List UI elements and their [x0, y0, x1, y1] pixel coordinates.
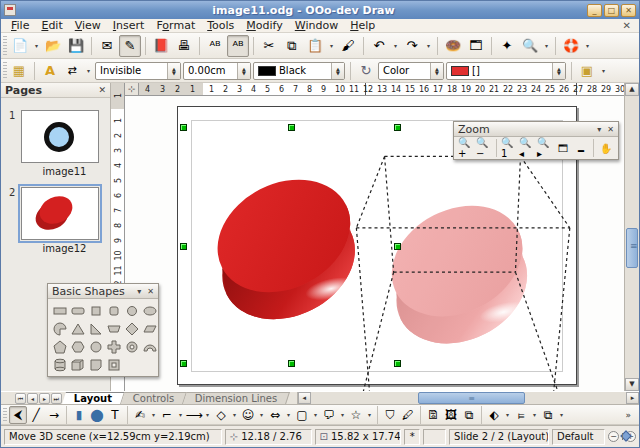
paste-dropdown[interactable]: ▾ — [327, 35, 336, 57]
flowchart-tool-dropdown[interactable]: ▾ — [311, 406, 320, 424]
tab-nav-next-icon[interactable]: ▸ — [39, 393, 50, 404]
connector-tool-icon[interactable]: ⌐ — [158, 406, 176, 424]
shape-rectangle-icon[interactable] — [51, 302, 68, 319]
shape-cylinder-icon[interactable] — [51, 356, 68, 373]
help-icon[interactable]: 🛟 — [560, 35, 582, 57]
horizontal-ruler[interactable]: 4321123456789101112131415161718192021222… — [139, 83, 624, 96]
fill-color-select[interactable]: []▲▼ — [446, 62, 566, 80]
scroll-up-icon[interactable]: ▲ — [625, 83, 639, 96]
shape-circle-pie-icon[interactable] — [51, 320, 68, 337]
lines-arrows-tool-dropdown[interactable]: ▾ — [203, 406, 212, 424]
block-arrows-tool-dropdown[interactable]: ▾ — [284, 406, 293, 424]
stars-tool-dropdown[interactable]: ▾ — [365, 406, 374, 424]
copy-icon[interactable]: ⧉ — [281, 35, 303, 57]
rectangle-tool-icon[interactable]: ▮ — [70, 406, 88, 424]
shape-folded-corner-icon[interactable] — [87, 356, 104, 373]
red-disc[interactable] — [191, 158, 384, 347]
zoom-icon[interactable]: 🔍 — [519, 35, 541, 57]
basic-shapes-titlebar[interactable]: Basic Shapes ▾ ✕ — [48, 284, 158, 299]
drawing-toolbar-overflow[interactable]: » — [625, 410, 637, 420]
tab-controls[interactable]: Controls — [121, 392, 187, 404]
line-style-select[interactable]: Invisible▲▼ — [95, 62, 181, 80]
rotate-icon[interactable]: ↻ — [356, 61, 376, 81]
shape-hexagon-icon[interactable] — [69, 338, 86, 355]
shape-trapezoid-icon[interactable] — [105, 320, 122, 337]
minimize-button[interactable]: _ — [587, 4, 602, 17]
scroll-left-icon[interactable]: ◂ — [298, 392, 311, 404]
undo-dropdown[interactable]: ▾ — [391, 35, 400, 57]
line-tool-icon[interactable]: ╱ — [27, 406, 45, 424]
tab-nav-previous-icon[interactable]: ◂ — [27, 393, 38, 404]
curve-tool-dropdown[interactable]: ▾ — [149, 406, 158, 424]
print-icon[interactable]: 🖶 — [173, 35, 195, 57]
page-2-thumbnail[interactable] — [21, 187, 99, 240]
title-bar[interactable]: image11.odg - OOo-dev Draw _ □ ✕ — [1, 1, 639, 19]
close-button[interactable]: ✕ — [621, 4, 636, 17]
shape-ellipse-icon[interactable] — [141, 302, 158, 319]
shape-parallelogram-icon[interactable] — [141, 320, 158, 337]
menu-insert[interactable]: Insert — [107, 19, 151, 32]
shape-frame-icon[interactable] — [105, 356, 122, 373]
shape-square-icon[interactable] — [87, 302, 104, 319]
zoom-dropdown[interactable]: ▾ — [542, 35, 551, 57]
help-dropdown[interactable]: ▾ — [583, 35, 592, 57]
shape-right-triangle-icon[interactable] — [87, 320, 104, 337]
callouts-tool-dropdown[interactable]: ▾ — [338, 406, 347, 424]
shape-diamond-icon[interactable] — [123, 320, 140, 337]
rotate-3d-tool-dropdown[interactable]: ▾ — [503, 406, 512, 424]
arrange-tool-icon[interactable]: ⧉ — [539, 406, 557, 424]
tab-layout[interactable]: Layout — [62, 392, 125, 404]
curve-tool-icon[interactable]: ✍ — [131, 406, 149, 424]
shadow-icon[interactable]: ▣ — [577, 61, 597, 81]
zoom-page-icon[interactable]: 🗔 — [554, 139, 572, 157]
text-tool-icon[interactable]: T — [106, 406, 124, 424]
ruler-origin-icon[interactable]: ⊹ — [125, 83, 139, 96]
menu-window[interactable]: Window — [289, 19, 344, 32]
zoom-slider[interactable]: − + — [608, 431, 636, 442]
page-1-thumbnail[interactable] — [21, 110, 99, 163]
status-page-style[interactable]: Default — [552, 429, 605, 445]
arrow-tool-icon[interactable]: → — [45, 406, 63, 424]
shape-pentagon-icon[interactable] — [51, 338, 68, 355]
flowchart-tool-icon[interactable]: ▢ — [293, 406, 311, 424]
horizontal-scroll-thumb[interactable]: ≡ — [418, 392, 525, 404]
connector-tool-dropdown[interactable]: ▾ — [176, 406, 185, 424]
spellcheck-icon[interactable]: ᴬᴮ — [204, 35, 226, 57]
menu-file[interactable]: File — [5, 19, 35, 32]
horizontal-scrollbar[interactable]: ◂ ≡ ▸ — [297, 392, 639, 404]
scroll-down-icon[interactable]: ▼ — [625, 378, 639, 391]
pages-panel-close-icon[interactable]: ✕ — [98, 85, 106, 95]
shape-cube-icon[interactable] — [69, 356, 86, 373]
menu-help[interactable]: Help — [344, 19, 381, 32]
zoom-window-titlebar[interactable]: Zoom ▾ ✕ — [454, 122, 618, 137]
zoom-in-icon[interactable]: 🔍+ — [457, 139, 475, 157]
line-width-input[interactable]: 0.00cm▲▼ — [183, 62, 251, 80]
line-color-select[interactable]: Black▲▼ — [253, 62, 345, 80]
fill-style-select[interactable]: Color▲▼ — [378, 62, 444, 80]
vertical-scrollbar[interactable]: ▲ ▼ — [624, 83, 639, 391]
new-document-icon[interactable]: 📄 — [9, 35, 31, 57]
menu-tools[interactable]: Tools — [201, 19, 240, 32]
navigator-icon[interactable]: ✦ — [496, 35, 518, 57]
display-grid-icon[interactable]: 🗔 — [465, 35, 487, 57]
menu-format[interactable]: Format — [150, 19, 201, 32]
handle-top-right[interactable] — [394, 124, 401, 131]
handle-top-middle[interactable] — [288, 124, 295, 131]
lines-arrows-tool-icon[interactable]: ⟶ — [185, 406, 203, 424]
zoom-previous-icon[interactable]: 🔍◂ — [518, 139, 536, 157]
handle-bottom-right[interactable] — [394, 360, 401, 367]
basic-shapes-tool-icon[interactable]: ◇ — [212, 406, 230, 424]
chart-icon[interactable]: 🍩 — [442, 35, 464, 57]
alignment-tool-dropdown[interactable]: ▾ — [530, 406, 539, 424]
menu-view[interactable]: View — [69, 19, 107, 32]
zoom-window-menu-icon[interactable]: ▾ — [597, 125, 601, 134]
redo-dropdown[interactable]: ▾ — [424, 35, 433, 57]
edit-file-icon[interactable]: ✎ — [119, 35, 141, 57]
shape-ring-icon[interactable] — [123, 338, 140, 355]
handle-middle-left[interactable] — [180, 243, 187, 250]
basic-shapes-menu-icon[interactable]: ▾ — [137, 287, 141, 296]
undo-icon[interactable]: ↶ — [368, 35, 390, 57]
fontwork-icon[interactable]: A — [40, 61, 60, 81]
document-close-icon[interactable]: ✕ — [623, 20, 635, 31]
toolbar-overflow-dropdown[interactable]: ▾ — [599, 60, 608, 82]
